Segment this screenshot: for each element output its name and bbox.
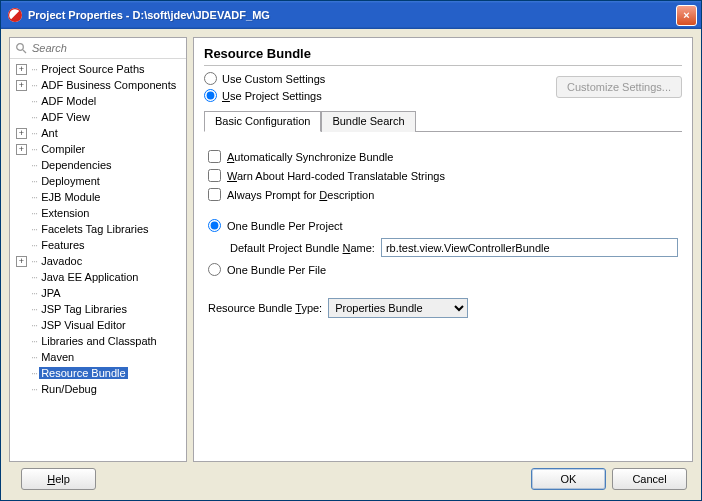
sidebar-item-extension[interactable]: ···Extension <box>10 205 186 221</box>
sidebar-item-adf-view[interactable]: ···ADF View <box>10 109 186 125</box>
default-name-label: Default Project Bundle Name: <box>230 242 375 254</box>
tree-connector-icon: ··· <box>31 79 37 91</box>
expand-icon[interactable]: + <box>16 128 27 139</box>
sidebar-item-facelets-tag-libraries[interactable]: ···Facelets Tag Libraries <box>10 221 186 237</box>
use-custom-input[interactable] <box>204 72 217 85</box>
tree-spacer <box>16 272 27 283</box>
sidebar-item-java-ee-application[interactable]: ···Java EE Application <box>10 269 186 285</box>
bundle-type-label: Resource Bundle Type: <box>208 302 322 314</box>
sidebar-item-label: JSP Tag Libraries <box>39 303 129 315</box>
settings-mode-row: Use Custom Settings Use Project Settings… <box>204 72 682 102</box>
sidebar-item-libraries-and-classpath[interactable]: ···Libraries and Classpath <box>10 333 186 349</box>
sidebar-item-adf-model[interactable]: ···ADF Model <box>10 93 186 109</box>
tree-spacer <box>16 240 27 251</box>
sidebar: +···Project Source Paths+···ADF Business… <box>9 37 187 462</box>
sidebar-item-jpa[interactable]: ···JPA <box>10 285 186 301</box>
use-custom-label: Use Custom Settings <box>222 73 325 85</box>
sidebar-item-jsp-tag-libraries[interactable]: ···JSP Tag Libraries <box>10 301 186 317</box>
tree-connector-icon: ··· <box>31 159 37 171</box>
tree-connector-icon: ··· <box>31 143 37 155</box>
always-prompt-checkbox[interactable]: Always Prompt for Description <box>208 188 678 201</box>
svg-line-2 <box>23 50 26 53</box>
nav-tree[interactable]: +···Project Source Paths+···ADF Business… <box>10 59 186 461</box>
tree-connector-icon: ··· <box>31 287 37 299</box>
use-custom-radio[interactable]: Use Custom Settings <box>204 72 325 85</box>
use-project-input[interactable] <box>204 89 217 102</box>
warn-strings-label: Warn About Hard-coded Translatable Strin… <box>227 170 445 182</box>
one-per-project-radio[interactable]: One Bundle Per Project <box>208 219 678 232</box>
warn-strings-input[interactable] <box>208 169 221 182</box>
cancel-button[interactable]: Cancel <box>612 468 687 490</box>
main-panel: Resource Bundle Use Custom Settings Use … <box>193 37 693 462</box>
sidebar-item-label: Features <box>39 239 86 251</box>
tree-spacer <box>16 192 27 203</box>
titlebar[interactable]: Project Properties - D:\soft\jdev\JDEVAD… <box>1 1 701 29</box>
sidebar-item-label: Javadoc <box>39 255 84 267</box>
tree-connector-icon: ··· <box>31 95 37 107</box>
expand-icon[interactable]: + <box>16 256 27 267</box>
always-prompt-label: Always Prompt for Description <box>227 189 374 201</box>
one-per-file-input[interactable] <box>208 263 221 276</box>
expand-icon[interactable]: + <box>16 80 27 91</box>
tree-connector-icon: ··· <box>31 303 37 315</box>
default-name-row: Default Project Bundle Name: <box>230 238 678 257</box>
search-row <box>10 38 186 59</box>
bundle-type-select[interactable]: Properties Bundle <box>328 298 468 318</box>
auto-sync-input[interactable] <box>208 150 221 163</box>
auto-sync-label: Automatically Synchronize Bundle <box>227 151 393 163</box>
sidebar-item-label: Java EE Application <box>39 271 140 283</box>
tab-basic-configuration[interactable]: Basic Configuration <box>204 111 321 132</box>
sidebar-item-features[interactable]: ···Features <box>10 237 186 253</box>
tree-connector-icon: ··· <box>31 191 37 203</box>
tree-spacer <box>16 368 27 379</box>
sidebar-item-project-source-paths[interactable]: +···Project Source Paths <box>10 61 186 77</box>
tree-connector-icon: ··· <box>31 127 37 139</box>
sidebar-item-label: Dependencies <box>39 159 113 171</box>
sidebar-item-adf-business-components[interactable]: +···ADF Business Components <box>10 77 186 93</box>
tree-spacer <box>16 384 27 395</box>
tree-spacer <box>16 304 27 315</box>
always-prompt-input[interactable] <box>208 188 221 201</box>
sidebar-item-run-debug[interactable]: ···Run/Debug <box>10 381 186 397</box>
tree-connector-icon: ··· <box>31 367 37 379</box>
help-button[interactable]: Help <box>21 468 96 490</box>
tree-connector-icon: ··· <box>31 175 37 187</box>
default-name-input[interactable] <box>381 238 678 257</box>
sidebar-item-jsp-visual-editor[interactable]: ···JSP Visual Editor <box>10 317 186 333</box>
auto-sync-checkbox[interactable]: Automatically Synchronize Bundle <box>208 150 678 163</box>
ok-button[interactable]: OK <box>531 468 606 490</box>
search-input[interactable] <box>32 42 182 54</box>
expand-icon[interactable]: + <box>16 64 27 75</box>
tree-spacer <box>16 352 27 363</box>
sidebar-item-resource-bundle[interactable]: ···Resource Bundle <box>10 365 186 381</box>
svg-point-1 <box>17 44 24 51</box>
tree-connector-icon: ··· <box>31 207 37 219</box>
sidebar-item-ejb-module[interactable]: ···EJB Module <box>10 189 186 205</box>
tree-connector-icon: ··· <box>31 351 37 363</box>
one-per-project-input[interactable] <box>208 219 221 232</box>
sidebar-item-label: Extension <box>39 207 91 219</box>
close-icon: × <box>683 9 689 21</box>
warn-strings-checkbox[interactable]: Warn About Hard-coded Translatable Strin… <box>208 169 678 182</box>
close-button[interactable]: × <box>676 5 697 26</box>
one-per-file-radio[interactable]: One Bundle Per File <box>208 263 678 276</box>
bundle-type-row: Resource Bundle Type: Properties Bundle <box>208 298 678 318</box>
app-icon <box>7 7 23 23</box>
sidebar-item-ant[interactable]: +···Ant <box>10 125 186 141</box>
sidebar-item-maven[interactable]: ···Maven <box>10 349 186 365</box>
sidebar-item-dependencies[interactable]: ···Dependencies <box>10 157 186 173</box>
tab-bundle-search[interactable]: Bundle Search <box>321 111 415 132</box>
tree-spacer <box>16 336 27 347</box>
sidebar-item-label: Compiler <box>39 143 87 155</box>
tree-connector-icon: ··· <box>31 271 37 283</box>
sidebar-item-label: Run/Debug <box>39 383 99 395</box>
tree-spacer <box>16 176 27 187</box>
tree-spacer <box>16 208 27 219</box>
use-project-radio[interactable]: Use Project Settings <box>204 89 325 102</box>
tab-strip: Basic Configuration Bundle Search <box>204 110 682 132</box>
customize-settings-button: Customize Settings... <box>556 76 682 98</box>
sidebar-item-javadoc[interactable]: +···Javadoc <box>10 253 186 269</box>
sidebar-item-deployment[interactable]: ···Deployment <box>10 173 186 189</box>
sidebar-item-compiler[interactable]: +···Compiler <box>10 141 186 157</box>
expand-icon[interactable]: + <box>16 144 27 155</box>
